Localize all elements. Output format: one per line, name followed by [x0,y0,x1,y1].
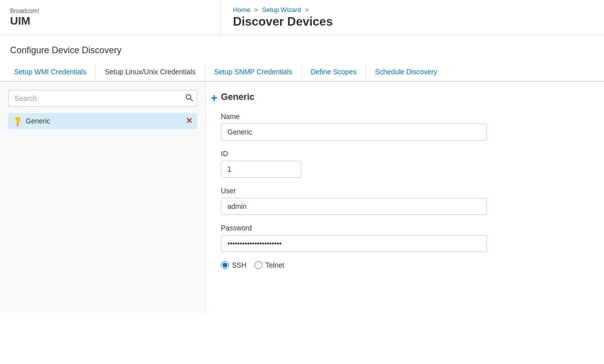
search-container [8,90,197,107]
ssh-radio[interactable] [221,261,229,269]
protocol-radio-group: SSH Telnet [221,261,589,269]
configure-title: Configure Device Discovery [0,35,604,63]
list-item-left: 🔑 Generic [13,117,50,125]
main-content: + 🔑 Generic ✕ Generic Name ID User Passw… [0,82,604,313]
id-input[interactable] [221,161,301,178]
right-panel: Generic Name ID User Password SSH Telnet [206,82,604,313]
search-button[interactable] [185,94,193,103]
svg-line-1 [191,99,193,101]
name-group: Name [221,112,589,141]
password-label: Password [221,224,589,232]
user-label: User [221,187,589,195]
page-title: Discover Devices [233,15,333,29]
search-row: + [8,90,197,107]
breadcrumb-home[interactable]: Home [233,6,251,14]
telnet-radio[interactable] [255,261,263,269]
breadcrumb-sep2: > [305,6,309,14]
user-group: User [221,187,589,215]
breadcrumb-sep1: > [254,6,258,14]
ssh-radio-label[interactable]: SSH [221,261,247,269]
brand-product: UIM [10,15,210,28]
title-section: Home > Setup Wizard > Discover Devices [221,0,345,35]
brand-section: Broadcom! UIM [0,2,221,34]
tab-snmp[interactable]: Setup SNMP Credentials [205,63,301,82]
ssh-label: SSH [232,261,247,269]
telnet-label: Telnet [266,261,284,269]
tabs-nav: Setup WMI Credentials Setup Linux/Unix C… [0,63,604,82]
name-input[interactable] [221,124,487,141]
breadcrumb-setup-wizard[interactable]: Setup Wizard [262,6,301,14]
id-group: ID [221,150,589,178]
tab-linux[interactable]: Setup Linux/Unix Credentials [96,63,205,82]
form-section-title: Generic [221,92,589,102]
id-label: ID [221,150,589,158]
password-input[interactable] [221,235,487,252]
tab-wmi[interactable]: Setup WMI Credentials [5,63,95,82]
tab-define-scopes[interactable]: Define Scopes [302,63,366,82]
user-input[interactable] [221,198,487,215]
breadcrumb: Home > Setup Wizard > [233,6,333,14]
header: Broadcom! UIM Home > Setup Wizard > Disc… [0,0,604,35]
left-panel: + 🔑 Generic ✕ [0,82,206,313]
search-input[interactable] [8,90,197,107]
name-label: Name [221,112,589,120]
search-icon [185,94,193,102]
password-group: Password [221,224,589,252]
svg-point-0 [186,95,191,99]
list-item[interactable]: 🔑 Generic ✕ [8,113,197,129]
key-icon: 🔑 [12,115,23,127]
delete-item-button[interactable]: ✕ [186,117,192,125]
telnet-radio-label[interactable]: Telnet [255,261,284,269]
list-item-label: Generic [26,117,50,125]
tab-schedule-discovery[interactable]: Schedule Discovery [366,63,446,82]
add-credential-button[interactable]: + [211,93,217,104]
brand-company: Broadcom! [10,8,210,15]
